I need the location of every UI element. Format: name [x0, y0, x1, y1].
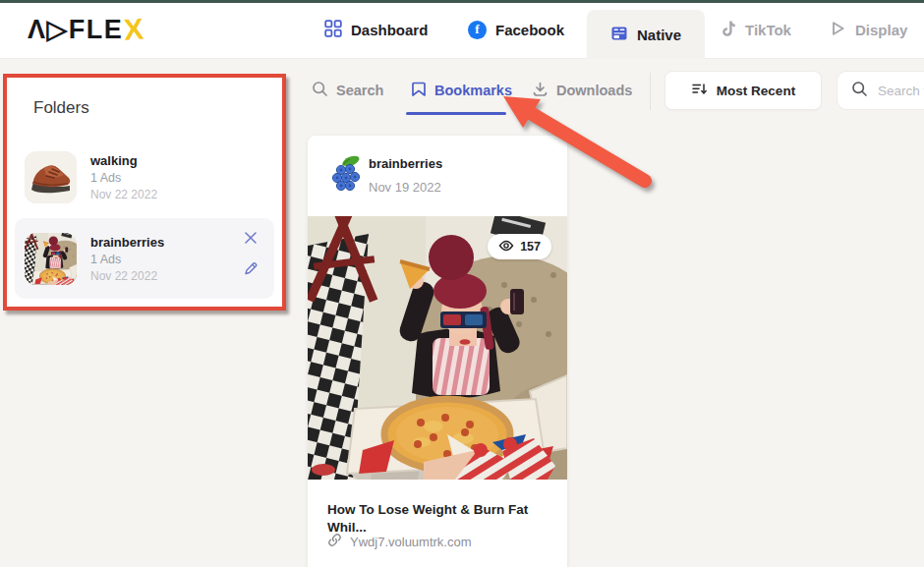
eye-icon [498, 240, 514, 255]
card-date: Nov 19 2022 [369, 180, 441, 195]
nav-label: Facebook [495, 22, 564, 38]
pencil-icon[interactable] [243, 260, 259, 276]
search-icon [312, 81, 328, 100]
nav-label: Dashboard [351, 22, 428, 38]
folder-thumbnail-brainberries [25, 233, 77, 285]
folder-actions [243, 230, 259, 276]
download-icon [532, 81, 549, 100]
adflex-logo[interactable]: Λ▷FLEX [28, 0, 144, 59]
folder-info: walking 1 Ads Nov 22 2022 [90, 153, 157, 201]
nav-native[interactable]: Native [587, 10, 705, 59]
folder-name: brainberries [90, 235, 164, 250]
app: Λ▷FLEX Dashboard f Facebook [0, 0, 924, 567]
ad-domain-text: Ywdj7.voluumtrk.com [350, 535, 472, 549]
bookmark-icon [411, 81, 427, 100]
views-badge: 157 [488, 234, 551, 259]
sort-desc-icon [691, 82, 708, 99]
tab-label: Downloads [556, 83, 632, 98]
annotation-box: Folders walking 1 Ads Nov 22 2022 [3, 74, 286, 311]
logo-text: Λ▷FLE [28, 14, 123, 45]
close-icon[interactable] [243, 230, 259, 246]
folder-item-walking[interactable]: walking 1 Ads Nov 22 2022 [15, 137, 274, 217]
facebook-icon: f [468, 21, 487, 39]
folder-name: walking [90, 153, 157, 168]
native-ads-icon [610, 25, 628, 45]
toolbar-search-field[interactable] [837, 71, 924, 110]
search-input[interactable] [878, 84, 924, 98]
tab-label: Search [336, 83, 383, 98]
grid-icon [324, 20, 342, 40]
tiktok-icon [721, 20, 736, 40]
top-navbar: Λ▷FLEX Dashboard f Facebook [0, 0, 924, 59]
folder-date: Nov 22 2022 [90, 269, 164, 283]
nav-dashboard[interactable]: Dashboard [324, 0, 428, 59]
ad-domain-link[interactable]: Ywdj7.voluumtrk.com [327, 533, 472, 550]
ad-creative-image[interactable]: 157 [308, 216, 567, 480]
sort-most-recent-button[interactable]: Most Recent [664, 71, 822, 110]
folder-info: brainberries 1 Ads Nov 22 2022 [90, 235, 164, 283]
sort-label: Most Recent [717, 84, 795, 98]
tab-downloads[interactable]: Downloads [532, 81, 632, 100]
ad-title: How To Lose Weight & Burn Fat Whil... [327, 501, 553, 536]
nav-display[interactable]: Display [829, 0, 907, 59]
nav-label: Native [637, 27, 681, 43]
views-count: 157 [520, 240, 541, 254]
nav-label: TikTok [745, 22, 791, 38]
display-play-icon [829, 20, 846, 40]
tab-search[interactable]: Search [312, 81, 383, 100]
folder-date: Nov 22 2022 [90, 188, 157, 201]
folder-item-brainberries[interactable]: brainberries 1 Ads Nov 22 2022 [15, 218, 274, 299]
folder-thumbnail-shoe [25, 151, 77, 203]
toolbar-divider [650, 73, 651, 110]
logo-accent: X [123, 12, 144, 46]
folder-ad-count: 1 Ads [90, 253, 164, 266]
folders-panel: Folders walking 1 Ads Nov 22 2022 [7, 78, 282, 307]
nav-label: Display [855, 22, 907, 38]
top-strip [0, 0, 924, 3]
brainberries-logo-icon [329, 153, 365, 198]
link-icon [327, 533, 342, 550]
card-advertiser-name: brainberries [369, 156, 442, 171]
active-tab-underline [406, 112, 506, 115]
folder-ad-count: 1 Ads [90, 171, 157, 185]
folders-title: Folders [33, 98, 89, 118]
ad-card[interactable]: brainberries Nov 19 2022 157 How To Lose… [308, 136, 567, 567]
nav-tiktok[interactable]: TikTok [721, 0, 791, 59]
nav-facebook[interactable]: f Facebook [468, 0, 564, 59]
search-icon [851, 81, 868, 101]
tab-label: Bookmarks [434, 83, 512, 98]
tab-bookmarks[interactable]: Bookmarks [411, 81, 512, 100]
